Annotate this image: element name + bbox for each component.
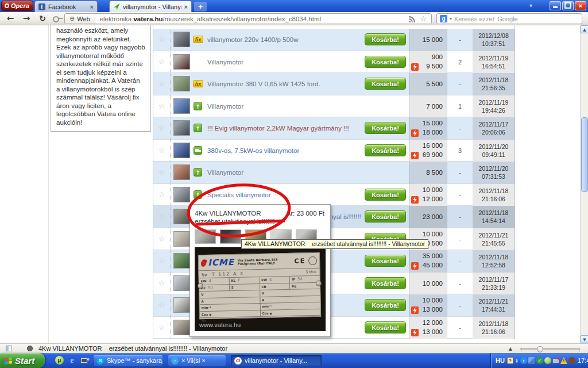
watchlist-star-icon[interactable]: ☆	[153, 140, 171, 162]
taskbar-task-skype[interactable]: Skype™ - sanykaraj01	[93, 355, 163, 366]
listing-title-link[interactable]: Villanymotor	[207, 95, 361, 118]
tab-list-chevron-icon[interactable]: ▾	[529, 2, 532, 9]
site-badge[interactable]: ⊕ Web	[65, 14, 95, 24]
antivirus-shield-icon[interactable]	[536, 357, 543, 364]
updown-arrows-icon[interactable]	[514, 357, 519, 364]
add-to-cart-button[interactable]: Kosárba!	[365, 299, 406, 311]
scroll-down-icon[interactable]: ▼	[581, 335, 588, 343]
warning-shield-icon[interactable]	[560, 357, 567, 364]
add-to-cart-button[interactable]: Kosárba!	[365, 321, 406, 334]
quick-launch-overflow-icon[interactable]: »	[86, 355, 90, 362]
watchlist-star-icon[interactable]: ☆	[153, 51, 171, 74]
end-date: 2012/11/1721:33:19	[473, 273, 514, 295]
listing-title-link[interactable]: villanymotor 220v 1400/p 500w	[207, 29, 361, 51]
motor-nameplate: ICME Via Santa Barbara,143 Fusignano (Ra…	[198, 252, 321, 319]
product-thumbnail[interactable]	[173, 297, 190, 313]
windows-update-icon[interactable]	[528, 357, 535, 364]
product-thumbnail[interactable]	[173, 76, 190, 91]
new-tab-button[interactable]: +	[194, 2, 207, 12]
preview-thumbnail[interactable]	[220, 229, 241, 244]
forward-button[interactable]: →	[20, 13, 33, 24]
utorrent-tray-icon[interactable]	[544, 357, 551, 364]
add-to-cart-button[interactable]: Kosárba!	[365, 78, 406, 90]
taskbar-task-messenger[interactable]: × \/ii(si ×	[168, 355, 226, 366]
network-error-icon[interactable]	[552, 358, 559, 363]
listing-title-link[interactable]: !!! Evig villanymotor 2,2kW Magyar gyárt…	[207, 117, 361, 140]
watchlist-star-icon[interactable]: ☆	[153, 73, 171, 95]
add-to-cart-button[interactable]: Kosárba!	[365, 210, 406, 223]
product-thumbnail[interactable]	[173, 209, 190, 224]
preview-thumbnail[interactable]	[195, 229, 216, 244]
key-icon[interactable]	[53, 16, 62, 21]
product-thumbnail[interactable]	[173, 164, 190, 180]
close-tab-icon[interactable]: ×	[90, 3, 94, 10]
product-thumbnail[interactable]	[173, 98, 190, 114]
product-thumbnail[interactable]	[173, 143, 190, 158]
watchlist-star-icon[interactable]: ☆	[153, 184, 171, 206]
end-date: 2012/11/2121:45:55	[473, 228, 514, 251]
product-thumbnail[interactable]	[173, 120, 190, 136]
watchlist-star-icon[interactable]: ☆	[153, 273, 171, 295]
tab-villanymotor[interactable]: villanymotor - Villanymot... ×	[109, 1, 192, 12]
desktop: Opera f Facebook × villanymotor - Villan…	[0, 0, 588, 368]
watchlist-star-icon[interactable]: ☆	[153, 95, 171, 118]
listing-title-link[interactable]: Villanymotor	[207, 162, 361, 184]
listing-title-link[interactable]: Speciális villanymotor	[207, 184, 361, 206]
watchlist-star-icon[interactable]: ☆	[153, 162, 171, 184]
listing-title-link[interactable]: Villanymotor 380 V 0,65 kW 1425 ford.	[207, 73, 361, 95]
watchlist-star-icon[interactable]: ☆	[153, 29, 171, 51]
zoom-slider-handle[interactable]	[537, 346, 543, 352]
bid-count: -	[447, 228, 473, 251]
voice-chat-icon[interactable]	[568, 357, 575, 364]
opera-menu-button[interactable]: Opera	[1, 1, 33, 11]
listing-title-link[interactable]: Villanymotor	[207, 51, 361, 74]
panel-toggle-icon[interactable]	[6, 346, 12, 351]
language-indicator[interactable]: HU	[496, 357, 505, 364]
back-circle-icon[interactable]	[520, 357, 527, 364]
scrollbar-thumb[interactable]	[581, 117, 588, 192]
rss-feed-icon[interactable]	[409, 16, 416, 22]
close-button[interactable]: ×	[575, 1, 586, 10]
back-button[interactable]: ←	[3, 13, 17, 24]
product-thumbnail[interactable]	[173, 187, 190, 202]
watchlist-star-icon[interactable]: ☆	[153, 206, 171, 228]
add-to-cart-button[interactable]: Kosárba!	[365, 189, 406, 201]
bookmark-star-icon[interactable]: ☆	[420, 14, 427, 23]
vertical-scrollbar[interactable]: ▲ ▼	[580, 25, 588, 343]
help-icon[interactable]	[507, 357, 513, 364]
taskbar-task-opera[interactable]: villanymotor - Villany...	[231, 355, 322, 366]
watchlist-star-icon[interactable]: ☆	[153, 317, 171, 339]
add-to-cart-button[interactable]: Kosárba!	[365, 277, 406, 289]
product-thumbnail[interactable]	[173, 54, 190, 70]
zoom-slider[interactable]	[520, 348, 580, 350]
product-thumbnail[interactable]	[173, 231, 190, 247]
internet-explorer-icon[interactable]	[68, 356, 76, 365]
address-bar[interactable]: ⊕ Web elektronika.vatera.hu/muszerek_alk…	[64, 13, 432, 24]
scroll-up-icon[interactable]: ▲	[581, 25, 588, 33]
add-to-cart-button[interactable]: Kosárba!	[365, 56, 406, 68]
add-to-cart-button[interactable]: Kosárba!	[365, 255, 406, 267]
restore-button[interactable]	[562, 1, 574, 10]
add-to-cart-button[interactable]: Kosárba!	[365, 144, 406, 156]
watchlist-star-icon[interactable]: ☆	[153, 250, 171, 273]
panel-toggle-up-icon[interactable]: ▲	[509, 346, 512, 351]
product-thumbnail[interactable]	[173, 253, 190, 269]
tab-facebook[interactable]: f Facebook ×	[34, 1, 98, 12]
turbo-icon[interactable]	[27, 346, 33, 351]
watchlist-star-icon[interactable]: ☆	[153, 228, 171, 251]
minimize-button[interactable]	[550, 1, 561, 10]
watchlist-star-icon[interactable]: ☆	[153, 117, 171, 140]
product-thumbnail[interactable]	[173, 320, 190, 335]
listing-title-link[interactable]: 380v-os, 7.5kW-os villanymotor	[207, 140, 361, 162]
search-box[interactable]: g ▾ Keresés ezzel: Google	[436, 13, 582, 24]
watchlist-star-icon[interactable]: ☆	[153, 294, 171, 317]
product-thumbnail[interactable]	[173, 32, 190, 47]
add-to-cart-button[interactable]: Kosárba!	[365, 33, 406, 45]
product-thumbnail[interactable]	[173, 275, 190, 291]
start-button[interactable]: Start	[0, 353, 45, 368]
add-to-cart-button[interactable]: Kosárba!	[365, 122, 406, 134]
reload-button[interactable]: ↻	[36, 13, 49, 24]
close-tab-icon[interactable]: ×	[184, 3, 188, 10]
search-engine-chevron-icon[interactable]: ▾	[450, 16, 452, 21]
utorrent-icon[interactable]	[55, 356, 64, 365]
